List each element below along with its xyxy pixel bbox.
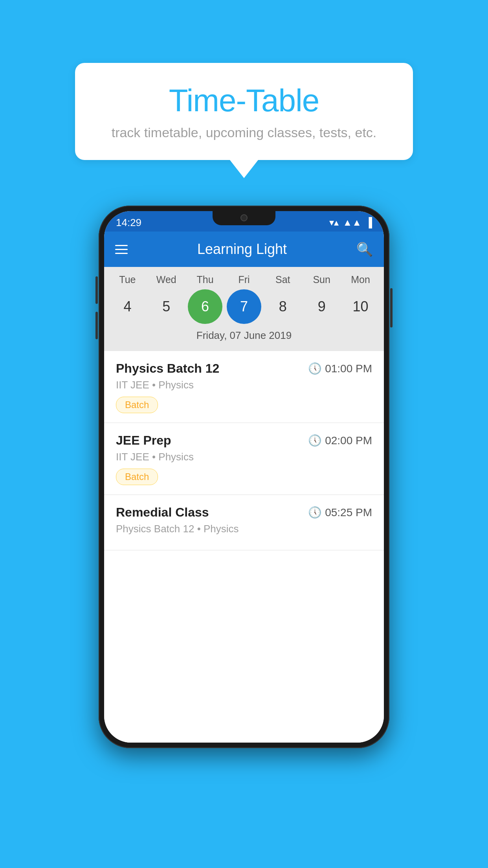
phone-frame: 14:29 ▾▴ ▲▲ ▐ Learning Light 🔍 xyxy=(99,206,389,748)
wifi-icon: ▾▴ xyxy=(329,217,339,228)
clock-icon-2: 🕔 xyxy=(308,434,322,447)
schedule-item-3[interactable]: Remedial Class 🕔 05:25 PM Physics Batch … xyxy=(104,495,384,550)
clock-icon-1: 🕔 xyxy=(308,362,322,375)
schedule-item-3-title: Remedial Class xyxy=(116,505,209,520)
volume-down-button xyxy=(95,312,98,339)
day-9[interactable]: 9 xyxy=(305,289,339,324)
schedule-item-3-header: Remedial Class 🕔 05:25 PM xyxy=(116,505,372,520)
day-headers: Tue Wed Thu Fri Sat Sun Mon xyxy=(104,274,384,285)
schedule-item-3-subtitle: Physics Batch 12 • Physics xyxy=(116,523,372,535)
battery-icon: ▐ xyxy=(365,217,372,228)
phone-mockup: 14:29 ▾▴ ▲▲ ▐ Learning Light 🔍 xyxy=(95,206,393,748)
app-bar: Learning Light 🔍 xyxy=(104,232,384,267)
status-time: 14:29 xyxy=(116,217,141,229)
schedule-item-2-title: JEE Prep xyxy=(116,433,171,448)
day-5[interactable]: 5 xyxy=(149,289,183,324)
front-camera xyxy=(240,214,248,221)
day-8[interactable]: 8 xyxy=(266,289,300,324)
schedule-item-1-subtitle: IIT JEE • Physics xyxy=(116,379,372,391)
search-button[interactable]: 🔍 xyxy=(356,241,373,257)
menu-button[interactable] xyxy=(115,245,128,254)
app-title: Learning Light xyxy=(128,241,356,257)
speech-bubble-arrow xyxy=(230,160,258,178)
speech-bubble-card: Time-Table track timetable, upcoming cla… xyxy=(75,63,413,160)
schedule-item-2-header: JEE Prep 🕔 02:00 PM xyxy=(116,433,372,448)
batch-badge-1: Batch xyxy=(116,397,158,413)
power-button xyxy=(390,288,393,327)
phone-notch xyxy=(213,211,275,225)
schedule-item-1-title: Physics Batch 12 xyxy=(116,361,219,376)
schedule-list: Physics Batch 12 🕔 01:00 PM IIT JEE • Ph… xyxy=(104,351,384,743)
day-header-thu: Thu xyxy=(188,274,222,285)
day-6-today[interactable]: 6 xyxy=(188,289,222,324)
day-header-sun: Sun xyxy=(305,274,339,285)
promo-section: Time-Table track timetable, upcoming cla… xyxy=(75,63,413,178)
schedule-item-1-time: 🕔 01:00 PM xyxy=(308,362,372,375)
volume-up-button xyxy=(95,276,98,304)
status-icons: ▾▴ ▲▲ ▐ xyxy=(329,217,372,228)
day-numbers: 4 5 6 7 8 9 10 xyxy=(104,285,384,327)
promo-subtitle: track timetable, upcoming classes, tests… xyxy=(99,125,389,140)
selected-date-label: Friday, 07 June 2019 xyxy=(104,327,384,347)
promo-title: Time-Table xyxy=(99,83,389,119)
calendar-strip: Tue Wed Thu Fri Sat Sun Mon 4 5 6 7 8 9 … xyxy=(104,267,384,351)
day-header-wed: Wed xyxy=(149,274,183,285)
clock-icon-3: 🕔 xyxy=(308,506,322,519)
schedule-item-2[interactable]: JEE Prep 🕔 02:00 PM IIT JEE • Physics Ba… xyxy=(104,423,384,495)
schedule-item-2-subtitle: IIT JEE • Physics xyxy=(116,451,372,463)
day-header-mon: Mon xyxy=(343,274,378,285)
schedule-item-1-header: Physics Batch 12 🕔 01:00 PM xyxy=(116,361,372,376)
day-7-selected[interactable]: 7 xyxy=(227,289,261,324)
day-header-tue: Tue xyxy=(110,274,145,285)
schedule-item-3-time: 🕔 05:25 PM xyxy=(308,506,372,519)
day-10[interactable]: 10 xyxy=(343,289,378,324)
day-4[interactable]: 4 xyxy=(110,289,145,324)
batch-badge-2: Batch xyxy=(116,469,158,485)
schedule-item-2-time: 🕔 02:00 PM xyxy=(308,434,372,447)
day-header-fri: Fri xyxy=(227,274,261,285)
day-header-sat: Sat xyxy=(266,274,300,285)
phone-screen: 14:29 ▾▴ ▲▲ ▐ Learning Light 🔍 xyxy=(104,211,384,743)
schedule-item-1[interactable]: Physics Batch 12 🕔 01:00 PM IIT JEE • Ph… xyxy=(104,351,384,423)
signal-icon: ▲▲ xyxy=(343,217,361,228)
